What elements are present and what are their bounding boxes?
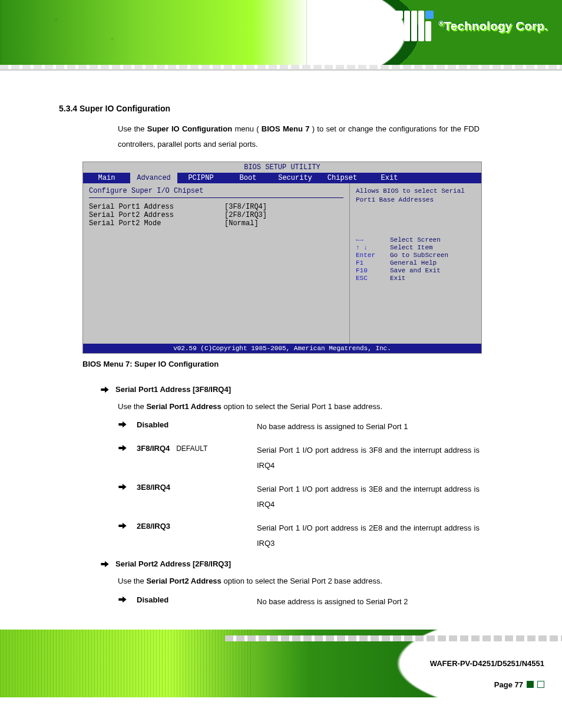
key-symbol: F1 [356,259,385,266]
option-name: Disabled [137,594,249,604]
option-description: No base address is assigned to Serial Po… [257,419,480,434]
bios-key-hint: ESCExit [356,275,477,282]
definition-title: Serial Port2 Address [2F8/IRQ3] [115,559,231,568]
bios-footer: v02.59 (C)Copyright 1985-2005, American … [83,344,481,353]
option-description: Serial Port 1 I/O port address is 3E8 an… [257,482,480,512]
bios-setting-label: Serial Port2 Mode [89,219,224,228]
key-symbol: ESC [356,275,385,282]
option-name: 2E8/IRQ3 [137,521,249,531]
bios-setting-label: Serial Port1 Address [89,203,224,211]
key-action: Go to SubScreen [390,252,448,259]
bios-setting-value: [2F8/IRQ3] [224,211,267,219]
section-intro: Use the Super IO Configuration menu ( BI… [118,121,480,152]
bios-tab-main[interactable]: Main [83,173,130,183]
bios-tab-advanced[interactable]: Advanced [130,173,177,183]
bios-key-hint: EnterGo to SubScreen [356,252,477,259]
bios-tab-security[interactable]: Security [272,173,319,183]
key-action: Save and Exit [390,267,441,274]
bios-tab-boot[interactable]: Boot [224,173,272,183]
arrow-right-icon [118,482,128,493]
option-name: Disabled [137,419,249,429]
definition-intro: Use the Serial Port2 Address option to s… [118,574,480,588]
bios-key-hint: ←→Select Screen [356,236,477,243]
brand-text: ®Technology Corp. [438,19,548,33]
key-action: General Help [390,259,437,266]
bios-key-hint: F10Save and Exit [356,267,477,274]
page-indicator-icon [537,681,544,688]
option-description: No base address is assigned to Serial Po… [257,594,480,610]
divider-stripe [0,65,562,69]
arrow-right-icon [100,560,110,568]
arrow-right-icon [118,420,127,429]
option-name: 3E8/IRQ4 [137,482,249,492]
option-row: 3E8/IRQ4Serial Port 1 I/O port address i… [118,482,480,512]
key-symbol: ↑ ↓ [356,244,385,251]
arrow-right-icon [118,483,127,491]
product-model: WAFER-PV-D4251/D5251/N4551 [430,659,544,668]
bios-setting-value: [3F8/IRQ4] [224,203,267,211]
bios-help-panel: Allows BIOS to select Serial Port1 Base … [349,183,481,344]
arrow-right-icon [118,594,128,605]
definition-heading: Serial Port1 Address [3F8/IRQ4] [100,385,480,394]
option-description: Serial Port 1 I/O port address is 3F8 an… [257,443,480,473]
definition-title: Serial Port1 Address [3F8/IRQ4] [115,385,231,394]
arrow-right-icon [118,522,127,530]
arrow-right-icon [118,443,128,454]
key-action: Exit [390,275,405,282]
bios-caption: BIOS Menu 7: Super IO Configuration [82,360,480,368]
bios-tab-bar: MainAdvancedPCIPNPBootSecurityChipsetExi… [83,173,481,183]
bios-panel-title: Configure Super I/O Chipset [89,187,343,195]
arrow-right-icon [118,444,127,452]
top-banner: ®Technology Corp. [0,0,562,65]
bios-tab-chipset[interactable]: Chipset [319,173,366,183]
bios-header: BIOS SETUP UTILITY [83,162,481,173]
option-row: 3F8/IRQ4 DEFAULTSerial Port 1 I/O port a… [118,443,480,473]
bios-left-panel: Configure Super I/O Chipset Serial Port1… [83,183,349,344]
key-action: Select Screen [390,236,441,243]
bottom-stripe [225,635,562,641]
page-number: Page 77 [494,680,544,689]
bios-setup-panel: BIOS SETUP UTILITY MainAdvancedPCIPNPBoo… [82,162,482,354]
arrow-right-icon [118,595,127,604]
option-row: DisabledNo base address is assigned to S… [118,419,480,434]
key-symbol: Enter [356,252,385,259]
option-description: Serial Port 1 I/O port address is 2E8 an… [257,521,480,551]
section-heading: 5.3.4 Super IO Configuration [59,104,480,113]
bios-setting-label: Serial Port2 Address [89,211,224,219]
bios-help-desc: Allows BIOS to select Serial Port1 Base … [356,187,477,236]
bios-setting-row[interactable]: Serial Port1 Address[3F8/IRQ4] [89,203,343,211]
key-symbol: ←→ [356,236,385,243]
bottom-banner: WAFER-PV-D4251/D5251/N4551 Page 77 [0,630,562,697]
arrow-right-icon [118,521,128,532]
bios-tab-pcipnp[interactable]: PCIPNP [177,173,224,183]
iei-logo-icon [395,11,434,41]
key-action: Select Item [390,244,433,251]
bios-key-hint: F1General Help [356,259,477,266]
option-name: 3F8/IRQ4 DEFAULT [137,443,249,453]
arrow-right-icon [118,419,128,430]
arrow-right-icon [100,386,110,394]
logo-block: ®Technology Corp. [395,11,548,41]
bios-key-list: ←→Select Screen↑ ↓Select ItemEnterGo to … [356,236,477,282]
page-indicator-icon [527,681,534,688]
key-symbol: F10 [356,267,385,274]
definition-intro: Use the Serial Port1 Address option to s… [118,400,480,413]
bios-key-hint: ↑ ↓Select Item [356,244,477,251]
bios-tab-exit[interactable]: Exit [366,173,413,183]
option-row: DisabledNo base address is assigned to S… [118,594,480,610]
bios-setting-row[interactable]: Serial Port2 Address[2F8/IRQ3] [89,211,343,219]
bios-setting-row[interactable]: Serial Port2 Mode[Normal] [89,219,343,228]
definition-heading: Serial Port2 Address [2F8/IRQ3] [100,559,480,568]
option-row: 2E8/IRQ3Serial Port 1 I/O port address i… [118,521,480,551]
bios-setting-value: [Normal] [224,219,259,228]
